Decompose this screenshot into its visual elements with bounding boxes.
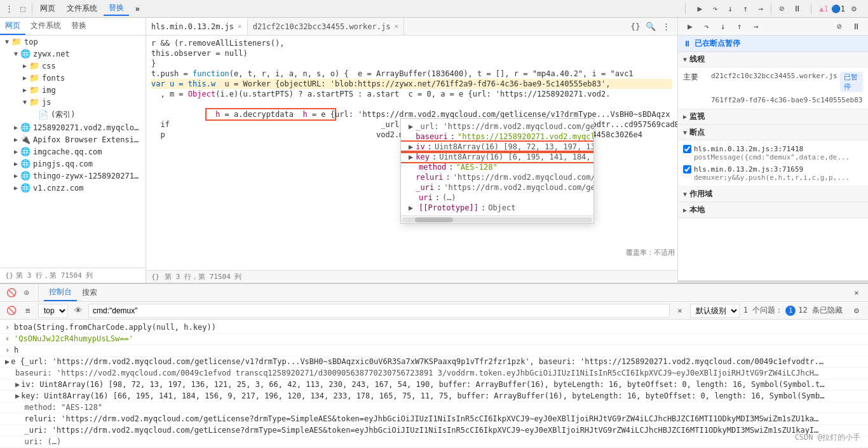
tab-sources[interactable]: 替换 xyxy=(104,1,129,16)
top-toggle[interactable]: ▼ xyxy=(3,38,11,45)
step-in-debugger-btn[interactable]: ↓ xyxy=(716,20,730,34)
eye-btn[interactable]: 👁 xyxy=(72,304,85,317)
scope-toggle[interactable]: ▼ xyxy=(683,191,687,198)
bottom-tab-search[interactable]: 搜索 xyxy=(77,285,102,301)
issue-badge: 1 xyxy=(785,306,796,316)
row3-arrow[interactable]: › xyxy=(5,346,14,355)
dock-icon[interactable]: ⬚ xyxy=(17,3,29,15)
filter-clear-btn[interactable]: × xyxy=(674,304,686,317)
search-btn[interactable]: 🔍 xyxy=(644,20,657,33)
css-toggle[interactable]: ▶ xyxy=(20,62,29,69)
tab-more[interactable]: » xyxy=(130,3,145,15)
clear-console-btn[interactable]: 🚫 xyxy=(5,287,18,299)
imgcache-toggle[interactable]: ▶ xyxy=(11,148,20,155)
sidebar-item-css[interactable]: ▶ 📁 css xyxy=(0,60,146,72)
pingjs-toggle[interactable]: ▶ xyxy=(11,160,20,167)
row7-expand[interactable]: ▶ xyxy=(15,391,20,400)
sidebar-item-fonts[interactable]: ▶ 📁 fonts xyxy=(0,72,146,84)
sidebar-item-js[interactable]: ▼ 📁 js xyxy=(0,96,146,108)
zywx-toggle[interactable]: ▼ xyxy=(11,50,20,57)
deactivate-bp-btn[interactable]: ⊘ xyxy=(775,3,788,15)
step-over-debugger-btn[interactable]: ↷ xyxy=(700,20,714,34)
thread-section-header[interactable]: ▼ 线程 xyxy=(678,52,868,67)
row6-expand[interactable]: ▶ xyxy=(15,380,20,389)
sidebar-tab-replace[interactable]: 替换 xyxy=(66,18,92,35)
resume-btn[interactable]: ▶ xyxy=(693,3,706,15)
watch-section-header[interactable]: ▶ 监视 xyxy=(678,109,868,125)
filter-input[interactable] xyxy=(88,304,670,318)
row4-expand[interactable]: ▶ xyxy=(5,357,10,366)
popup-colon-5: : xyxy=(449,163,453,172)
code-panel: hls.min.0.13.2m.js × d21cf2c10c32bcc3445… xyxy=(146,18,677,283)
code-tab-worker-close[interactable]: × xyxy=(394,22,398,31)
scope-section-header[interactable]: ▼ 作用域 xyxy=(678,187,868,202)
breakpoints-section-header[interactable]: ▼ 断点 xyxy=(678,125,868,140)
popup-toggle-1[interactable]: ▶ xyxy=(409,122,413,131)
popup-toggle-4[interactable]: ▶ xyxy=(409,153,413,161)
popup-scroll-thumb[interactable] xyxy=(415,217,453,222)
step-out-btn[interactable]: ↑ xyxy=(739,3,752,15)
sidebar-item-pingjs[interactable]: ▶ 🌐 pingjs.qq.com xyxy=(0,158,146,170)
thread-toggle[interactable]: ▼ xyxy=(683,56,687,63)
toggle-sidebar-btn[interactable]: ≡ xyxy=(22,304,34,317)
code-tab-hls[interactable]: hls.min.0.13.2m.js × xyxy=(146,18,248,36)
pause-on-exception-btn[interactable]: ⏸ xyxy=(790,3,803,15)
context-select[interactable]: top xyxy=(38,304,68,318)
row1-arrow[interactable]: › xyxy=(5,323,14,332)
cnzz-toggle[interactable]: ▶ xyxy=(11,184,20,191)
local-section-header[interactable]: ▶ 本地 xyxy=(678,203,868,218)
sidebar-item-imgcache[interactable]: ▶ 🌐 imgcache.qq.com xyxy=(0,146,146,158)
sidebar-tab-webpage[interactable]: 网页 xyxy=(0,18,25,35)
thingo-toggle[interactable]: ▶ xyxy=(11,172,20,179)
settings-console-btn[interactable]: ⚙ xyxy=(850,304,863,317)
sidebar-item-index[interactable]: 📄 (索引) xyxy=(0,108,146,121)
js-toggle[interactable]: ▼ xyxy=(20,98,29,105)
settings-icon[interactable]: ⚙ xyxy=(848,3,860,15)
severity-select[interactable]: 默认级别 xyxy=(690,304,740,318)
row11-val: uri: (…) xyxy=(15,437,61,446)
vod-toggle[interactable]: ▶ xyxy=(11,124,20,131)
sidebar-item-apifox[interactable]: ▶ 🔌 Apifox Browser Extension xyxy=(0,133,146,146)
sidebar-item-img[interactable]: ▶ 📁 img xyxy=(0,84,146,96)
popup-val-7: 'https://drm.vod2.myqcloud.com/getli xyxy=(444,183,593,192)
popup-line-9: ▶ [[Prototype]] : Object xyxy=(401,203,593,213)
popup-toggle-9[interactable]: ▶ xyxy=(409,203,416,212)
apifox-toggle[interactable]: ▶ xyxy=(11,136,20,143)
more-actions-btn[interactable]: ⋮ xyxy=(660,20,672,33)
sidebar-item-thingo[interactable]: ▶ 🌐 thingo-zywx-1258920271.cos.ap xyxy=(0,170,146,182)
sidebar-item-zywx[interactable]: ▼ 🌐 zywx.net xyxy=(0,48,146,60)
breakpoints-toggle[interactable]: ▼ xyxy=(683,129,687,136)
fonts-toggle[interactable]: ▶ xyxy=(20,74,29,81)
step-over-btn[interactable]: ↷ xyxy=(709,3,721,15)
step-btn[interactable]: → xyxy=(754,3,767,15)
bottom-tab-console[interactable]: 控制台 xyxy=(44,284,77,301)
sidebar-item-cnzz[interactable]: ▶ 🌐 v1.cnzz.com xyxy=(0,182,146,194)
bp-info-2: hls.min.0.13.2m.js:3:71659 demuxer;y&&y.… xyxy=(694,165,850,182)
popup-line-3: ▶ iv : Uint8Array(16) [98, 72, 13, 197, … xyxy=(401,142,593,152)
step-into-btn[interactable]: ↓ xyxy=(724,3,736,15)
step-out-debugger-btn[interactable]: ↑ xyxy=(733,20,747,34)
watch-toggle[interactable]: ▶ xyxy=(683,113,687,120)
local-toggle[interactable]: ▶ xyxy=(683,207,687,214)
popup-toggle-3[interactable]: ▶ xyxy=(409,142,413,151)
resume-debugger-btn[interactable]: ▶ xyxy=(683,20,697,34)
close-bottom-panel-btn[interactable]: × xyxy=(850,287,863,299)
clear-btn[interactable]: 🚫 xyxy=(5,304,18,317)
pretty-print-btn[interactable]: {} xyxy=(629,20,642,33)
code-tab-worker[interactable]: d21cf2c10c32bcc34455.worker.js × xyxy=(248,18,404,36)
sidebar-item-top[interactable]: ▼ 📁 top xyxy=(0,36,146,48)
step-debugger-btn[interactable]: → xyxy=(749,20,763,34)
devtools-menu-icon[interactable]: ⋮ xyxy=(3,3,15,15)
pause-ex-debugger-btn[interactable]: ⏸ xyxy=(849,20,863,34)
popup-scrollbar[interactable] xyxy=(401,215,593,223)
deactivate-debugger-btn[interactable]: ⊘ xyxy=(832,20,846,34)
tab-filesystem[interactable]: 文件系统 xyxy=(62,2,102,15)
sidebar-item-vod[interactable]: ▶ 🌐 1258920271.vod2.myqcloud.cor xyxy=(0,121,146,133)
bp-checkbox-1[interactable] xyxy=(683,145,691,153)
code-tab-hls-close[interactable]: × xyxy=(238,22,242,31)
bp-checkbox-2[interactable] xyxy=(683,165,691,173)
img-toggle[interactable]: ▶ xyxy=(20,86,29,93)
tab-elements[interactable]: 网页 xyxy=(35,2,60,15)
sidebar-tab-filesystem[interactable]: 文件系统 xyxy=(25,18,66,35)
console-filter-btn[interactable]: ⊙ xyxy=(20,287,33,299)
